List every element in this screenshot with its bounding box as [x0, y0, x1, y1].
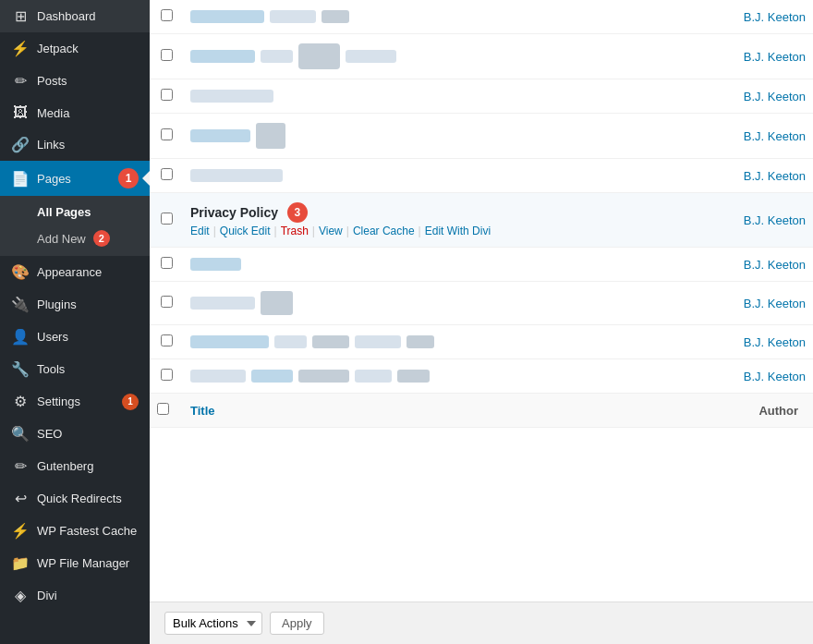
thumb-blur: [261, 291, 293, 315]
sidebar-item-jetpack[interactable]: ⚡ Jetpack: [0, 32, 150, 65]
row-checkbox-cell: [150, 0, 183, 34]
sidebar-item-wp-fastest-cache[interactable]: ⚡ WP Fastest Cache: [0, 515, 150, 547]
row-checkbox[interactable]: [161, 296, 173, 308]
wp-file-manager-icon: 📁: [11, 554, 30, 572]
title-blur: [190, 50, 255, 63]
apply-button[interactable]: Apply: [270, 612, 324, 635]
sidebar-item-label: Settings: [37, 395, 115, 408]
gutenberg-icon: ✏: [11, 457, 30, 475]
row-checkbox[interactable]: [161, 49, 173, 61]
quick-edit-link[interactable]: Quick Edit: [220, 225, 271, 237]
trash-link[interactable]: Trash: [281, 225, 309, 237]
add-new-label: Add New: [37, 232, 86, 246]
sidebar-item-media[interactable]: 🖼 Media: [0, 97, 150, 128]
sidebar-item-seo[interactable]: 🔍 SEO: [0, 418, 150, 450]
table-row: B.J. Keeton: [150, 114, 813, 159]
row-content: [190, 370, 695, 383]
sidebar-sub-item-all-pages[interactable]: All Pages: [0, 200, 150, 225]
sidebar-item-users[interactable]: 👤 Users: [0, 321, 150, 353]
row-content: [190, 335, 695, 348]
posts-icon: ✏: [11, 72, 30, 90]
view-link[interactable]: View: [319, 225, 343, 237]
settings-icon: ⚙: [11, 393, 30, 410]
select-all-footer-checkbox[interactable]: [157, 403, 169, 415]
sidebar-item-tools[interactable]: 🔧 Tools: [0, 353, 150, 385]
tools-icon: 🔧: [11, 360, 30, 378]
sidebar-item-appearance[interactable]: 🎨 Appearance: [0, 256, 150, 288]
sidebar-item-label: Pages: [37, 172, 107, 186]
title-blur-2: [261, 50, 293, 63]
row-checkbox[interactable]: [161, 89, 173, 101]
sidebar-item-plugins[interactable]: 🔌 Plugins: [0, 288, 150, 321]
sidebar-item-label: Gutenberg: [37, 459, 139, 473]
bulk-actions-select[interactable]: Bulk Actions: [164, 612, 262, 635]
footer-checkbox-cell: [150, 394, 183, 428]
edit-link[interactable]: Edit: [190, 225, 210, 237]
row-content: [190, 123, 695, 149]
table-row: B.J. Keeton: [150, 159, 813, 193]
title-blur: [190, 169, 283, 182]
sidebar-item-wp-file-manager[interactable]: 📁 WP File Manager: [0, 547, 150, 579]
row-checkbox[interactable]: [161, 168, 173, 180]
sidebar-item-label: Links: [37, 138, 139, 152]
row-title-cell: [183, 359, 702, 394]
title-blur-3: [322, 10, 349, 23]
row-checkbox[interactable]: [161, 369, 173, 381]
row-title-cell: [183, 282, 702, 325]
title-blur: [190, 129, 250, 142]
sidebar-sub-item-add-new[interactable]: Add New 2: [0, 225, 150, 252]
title-blur-3: [312, 335, 349, 348]
row-title-content: Privacy Policy 3: [190, 202, 695, 223]
author-column-header: Author: [758, 404, 798, 418]
sidebar-item-posts[interactable]: ✏ Posts: [0, 65, 150, 97]
sidebar-item-label: Media: [37, 106, 139, 120]
sidebar-item-label: SEO: [37, 427, 139, 441]
title-blur-5: [397, 370, 430, 383]
thumb-blur: [256, 123, 285, 149]
row-checkbox[interactable]: [161, 9, 173, 21]
sidebar-item-dashboard[interactable]: ⊞ Dashboard: [0, 0, 150, 32]
row-checkbox-cell: [150, 325, 183, 359]
clear-cache-link[interactable]: Clear Cache: [353, 225, 415, 237]
row-checkbox[interactable]: [161, 257, 173, 269]
privacy-policy-link[interactable]: Privacy Policy: [190, 205, 278, 220]
sidebar-item-label: WP Fastest Cache: [37, 524, 139, 538]
table-row: B.J. Keeton: [150, 248, 813, 282]
row-author-cell: B.J. Keeton: [702, 79, 813, 114]
sidebar-item-pages[interactable]: 📄 Pages 1: [0, 161, 150, 196]
row-checkbox[interactable]: [161, 213, 173, 225]
title-blur: [190, 335, 269, 348]
title-blur-2: [274, 335, 307, 348]
row-checkbox-cell: [150, 34, 183, 79]
title-blur-5: [406, 335, 434, 348]
jetpack-icon: ⚡: [11, 40, 30, 57]
quick-redirects-icon: ↩: [11, 490, 30, 507]
row-checkbox-cell: [150, 193, 183, 248]
title-blur: [190, 10, 264, 23]
footer-title-col: Title: [183, 394, 702, 428]
table-row: B.J. Keeton: [150, 325, 813, 359]
sidebar-item-links[interactable]: 🔗 Links: [0, 128, 150, 161]
title-column-header[interactable]: Title: [190, 404, 215, 418]
row-content: [190, 10, 695, 23]
sidebar-item-divi[interactable]: ◈ Divi: [0, 579, 150, 612]
row-author-cell: B.J. Keeton: [702, 0, 813, 34]
row-content: [190, 291, 695, 315]
table-row: B.J. Keeton: [150, 282, 813, 325]
sidebar-item-gutenberg[interactable]: ✏ Gutenberg: [0, 450, 150, 482]
settings-badge: 1: [122, 394, 139, 410]
row-checkbox[interactable]: [161, 334, 173, 346]
edit-with-divi-link[interactable]: Edit With Divi: [425, 225, 491, 237]
title-blur: [190, 297, 255, 310]
row-checkbox[interactable]: [161, 128, 173, 140]
privacy-policy-callout: 3: [287, 202, 308, 223]
sidebar-item-settings[interactable]: ⚙ Settings 1: [0, 385, 150, 418]
table-row: B.J. Keeton: [150, 359, 813, 394]
pages-table-area: B.J. Keeton B.J. Ke: [150, 0, 813, 601]
row-author-cell: B.J. Keeton: [702, 193, 813, 248]
row-checkbox-cell: [150, 248, 183, 282]
sidebar-item-label: Divi: [37, 589, 139, 602]
sidebar: ⊞ Dashboard ⚡ Jetpack ✏ Posts 🖼 Media 🔗 …: [0, 0, 150, 644]
sidebar-item-quick-redirects[interactable]: ↩ Quick Redirects: [0, 482, 150, 515]
title-blur-3: [346, 50, 396, 63]
